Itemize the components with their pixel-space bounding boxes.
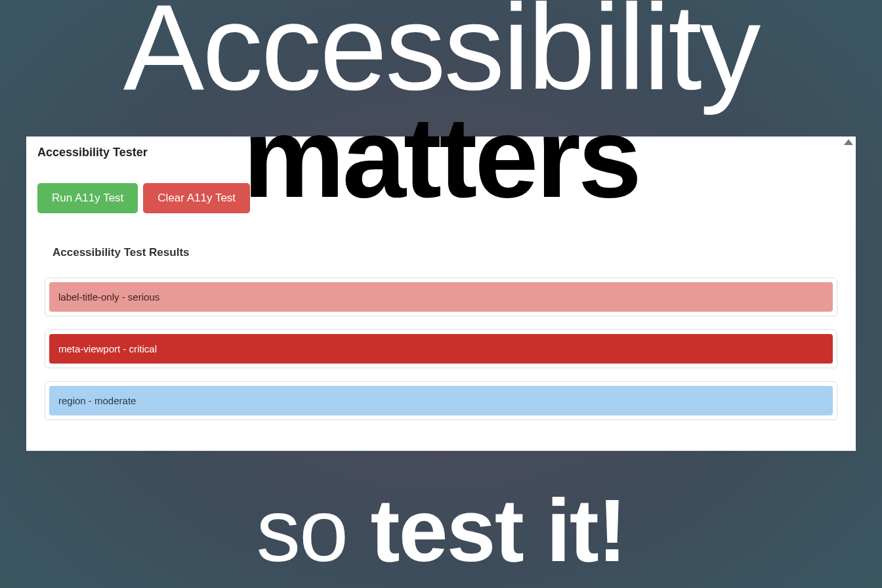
hero-word-accessibility: Accessibility (0, 0, 882, 108)
result-bar-moderate: region - moderate (49, 386, 833, 415)
result-bar-serious: label-title-only - serious (49, 282, 833, 312)
results-header: Accessibility Test Results (26, 213, 856, 259)
button-row: Run A11y Test Clear A11y Test (26, 159, 856, 213)
result-card[interactable]: label-title-only - serious (45, 278, 837, 316)
scroll-up-icon[interactable] (844, 139, 853, 145)
accessibility-tester-panel: Accessibility Tester Run A11y Test Clear… (26, 136, 856, 451)
clear-a11y-test-button[interactable]: Clear A11y Test (143, 183, 250, 213)
hero-line-test-it: so test it! (0, 486, 882, 575)
panel-title: Accessibility Tester (26, 136, 856, 159)
run-a11y-test-button[interactable]: Run A11y Test (37, 183, 138, 213)
hero-word-so: so (256, 481, 370, 580)
results-list: label-title-only - serious meta-viewport… (26, 259, 856, 420)
result-card[interactable]: meta-viewport - critical (45, 329, 837, 368)
result-bar-critical: meta-viewport - critical (49, 334, 833, 364)
result-card[interactable]: region - moderate (45, 381, 837, 420)
hero-word-test-it: test it! (371, 481, 626, 580)
